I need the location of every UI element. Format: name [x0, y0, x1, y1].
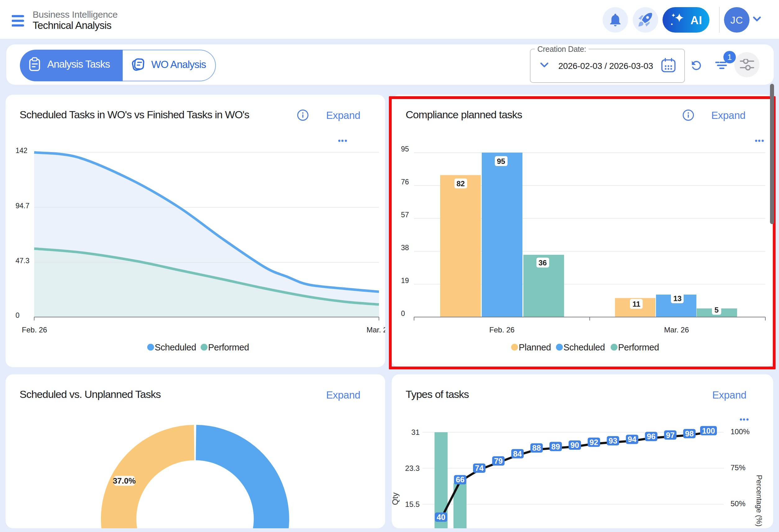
svg-text:40: 40 [437, 513, 445, 521]
svg-text:75%: 75% [730, 463, 745, 472]
svg-text:Mar. 28: Mar. 28 [366, 326, 385, 334]
svg-text:79: 79 [494, 457, 503, 465]
svg-text:Percentage (%): Percentage (%) [755, 475, 764, 527]
svg-text:98: 98 [685, 429, 694, 438]
svg-text:31: 31 [411, 428, 420, 437]
svg-text:37.0%: 37.0% [113, 476, 136, 485]
svg-text:96: 96 [647, 432, 656, 441]
svg-text:93: 93 [609, 437, 617, 445]
svg-text:Feb. 26: Feb. 26 [22, 326, 47, 334]
svg-text:88: 88 [532, 444, 541, 452]
svg-text:97: 97 [666, 431, 675, 440]
svg-text:Performed: Performed [208, 342, 249, 352]
svg-text:Qty: Qty [392, 492, 400, 505]
svg-text:Scheduled: Scheduled [155, 342, 196, 352]
svg-text:100: 100 [702, 426, 715, 435]
svg-text:47.3: 47.3 [15, 257, 29, 265]
svg-text:74: 74 [475, 464, 484, 472]
svg-text:89: 89 [551, 442, 560, 451]
svg-text:84: 84 [513, 450, 522, 458]
svg-text:90: 90 [571, 441, 579, 450]
svg-text:142: 142 [15, 146, 27, 154]
svg-text:0: 0 [15, 311, 19, 319]
svg-text:94.7: 94.7 [15, 202, 29, 210]
svg-text:15.5: 15.5 [405, 500, 420, 509]
svg-text:50%: 50% [730, 500, 745, 508]
svg-text:23.3: 23.3 [405, 464, 420, 472]
svg-text:92: 92 [590, 438, 598, 447]
svg-text:100%: 100% [730, 427, 750, 436]
svg-text:94: 94 [628, 435, 637, 444]
svg-text:66: 66 [456, 475, 465, 484]
